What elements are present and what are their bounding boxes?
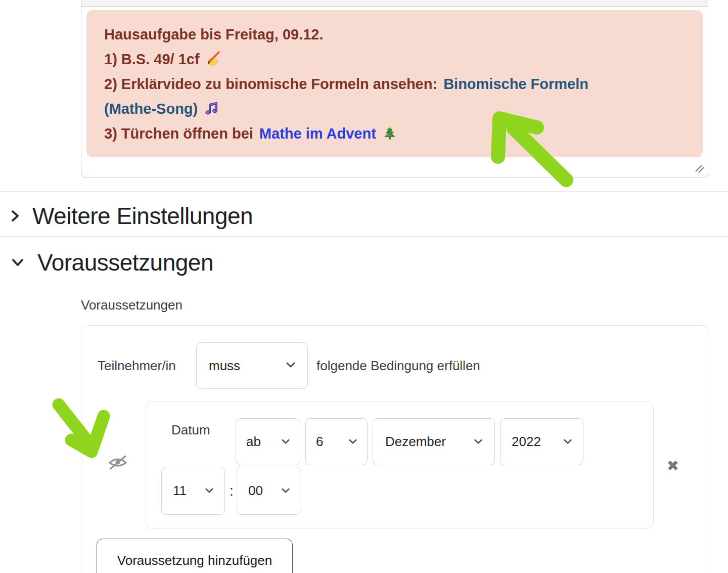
section-weitere-einstellungen[interactable]: Weitere Einstellungen — [0, 198, 728, 234]
condition-type-label: Datum — [171, 422, 210, 438]
editor-content-area[interactable]: Hausaufgabe bis Freitag, 09.12. 1) B.S. … — [81, 7, 708, 178]
chevron-down-icon — [564, 437, 572, 447]
writing-hand-icon — [206, 53, 222, 69]
restriction-prefix-label: Teilnehmer/in — [98, 342, 176, 389]
minute-select[interactable]: 00 — [237, 467, 301, 515]
chevron-down-icon — [349, 437, 357, 447]
time-separator: : — [226, 483, 237, 499]
homework-item-1: 1) B.S. 49/ 1cf — [104, 47, 693, 72]
binomische-formeln-link[interactable]: Binomische Formeln — [443, 76, 588, 92]
year-select[interactable]: 2022 — [500, 418, 583, 465]
editor-toolbar-remnant — [81, 0, 708, 7]
restriction-suffix-label: folgende Bedingung erfüllen — [316, 342, 480, 389]
eye-slash-icon[interactable] — [108, 454, 128, 473]
homework-item-2: 2) Erklärvideo zu binomische Formeln ans… — [104, 72, 693, 97]
mathe-song-link[interactable]: (Mathe-Song) — [104, 101, 198, 117]
homework-item-2-cont: (Mathe-Song) — [104, 97, 693, 121]
restrictions-panel: Teilnehmer/in muss folgende Bedingung er… — [81, 325, 708, 573]
section-title: Voraussetzungen — [37, 249, 213, 276]
delete-condition-button[interactable]: ✖ — [663, 456, 683, 476]
musical-notes-icon — [204, 103, 219, 119]
homework-title: Hausaufgabe bis Freitag, 09.12. — [104, 22, 693, 47]
divider — [0, 191, 728, 192]
date-direction-select[interactable]: ab — [236, 418, 300, 465]
resize-handle-icon[interactable] — [695, 164, 705, 175]
day-select[interactable]: 6 — [305, 418, 368, 465]
section-title: Weitere Einstellungen — [32, 202, 253, 230]
add-restriction-button[interactable]: Voraussetzung hinzufügen — [97, 539, 293, 573]
chevron-down-icon — [282, 437, 290, 447]
section-voraussetzungen[interactable]: Voraussetzungen — [0, 245, 728, 280]
month-select[interactable]: Dezember — [373, 418, 495, 465]
operator-select[interactable]: muss — [196, 342, 308, 389]
restrictions-field-label: Voraussetzungen — [81, 297, 183, 313]
homework-note-box: Hausaufgabe bis Freitag, 09.12. 1) B.S. … — [86, 10, 703, 157]
chevron-down-icon — [10, 257, 25, 268]
chevron-right-icon — [10, 208, 20, 224]
date-condition-box: Datum ab 6 Dezember 2022 11 : 00 — [146, 402, 654, 529]
chevron-down-icon — [282, 487, 290, 496]
chevron-down-icon — [286, 361, 295, 370]
christmas-tree-icon — [382, 127, 397, 144]
homework-item-3: 3) Türchen öffnen beiMathe im Advent — [104, 121, 693, 146]
chevron-down-icon — [474, 437, 482, 447]
chevron-down-icon — [205, 487, 213, 496]
hour-select[interactable]: 11 — [161, 467, 225, 515]
divider — [0, 236, 728, 237]
mathe-im-advent-link[interactable]: Mathe im Advent — [259, 125, 376, 142]
